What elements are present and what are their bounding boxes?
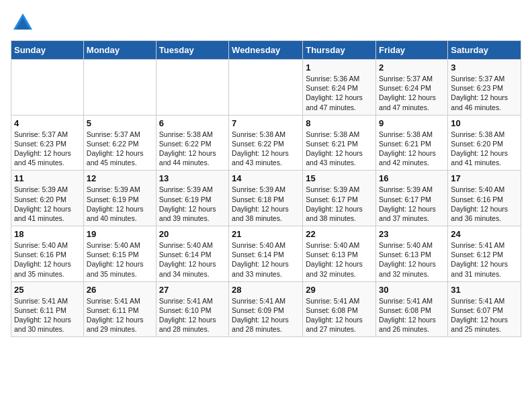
day-info: Sunrise: 5:40 AM Sunset: 6:16 PM Dayligh… bbox=[451, 185, 518, 223]
calendar-week-row: 4Sunrise: 5:37 AM Sunset: 6:23 PM Daylig… bbox=[11, 115, 521, 171]
day-info: Sunrise: 5:41 AM Sunset: 6:11 PM Dayligh… bbox=[87, 296, 153, 334]
calendar-week-row: 18Sunrise: 5:40 AM Sunset: 6:16 PM Dayli… bbox=[11, 226, 521, 282]
day-info: Sunrise: 5:41 AM Sunset: 6:08 PM Dayligh… bbox=[306, 296, 373, 334]
day-info: Sunrise: 5:40 AM Sunset: 6:15 PM Dayligh… bbox=[87, 240, 153, 279]
calendar-body: 1Sunrise: 5:36 AM Sunset: 6:24 PM Daylig… bbox=[11, 60, 521, 337]
day-number: 11 bbox=[14, 173, 81, 183]
day-info: Sunrise: 5:40 AM Sunset: 6:14 PM Dayligh… bbox=[232, 240, 300, 279]
day-info: Sunrise: 5:39 AM Sunset: 6:20 PM Dayligh… bbox=[14, 185, 81, 223]
day-number: 29 bbox=[306, 285, 373, 295]
calendar-cell: 21Sunrise: 5:40 AM Sunset: 6:14 PM Dayli… bbox=[229, 226, 303, 282]
calendar-cell bbox=[229, 60, 303, 116]
weekday-header: Tuesday bbox=[156, 41, 228, 60]
logo-icon bbox=[11, 11, 35, 35]
calendar-table: SundayMondayTuesdayWednesdayThursdayFrid… bbox=[11, 40, 521, 337]
day-info: Sunrise: 5:40 AM Sunset: 6:16 PM Dayligh… bbox=[14, 240, 81, 279]
calendar-cell: 20Sunrise: 5:40 AM Sunset: 6:14 PM Dayli… bbox=[156, 226, 228, 282]
day-info: Sunrise: 5:37 AM Sunset: 6:24 PM Dayligh… bbox=[379, 74, 445, 112]
day-number: 4 bbox=[14, 118, 81, 128]
day-number: 26 bbox=[87, 285, 153, 295]
calendar-cell: 29Sunrise: 5:41 AM Sunset: 6:08 PM Dayli… bbox=[303, 281, 376, 337]
weekday-header: Saturday bbox=[448, 41, 521, 60]
calendar-cell: 28Sunrise: 5:41 AM Sunset: 6:09 PM Dayli… bbox=[229, 281, 303, 337]
calendar-cell: 1Sunrise: 5:36 AM Sunset: 6:24 PM Daylig… bbox=[303, 60, 376, 116]
day-number: 20 bbox=[159, 229, 226, 239]
day-number: 1 bbox=[306, 62, 373, 73]
day-info: Sunrise: 5:41 AM Sunset: 6:09 PM Dayligh… bbox=[232, 296, 300, 334]
calendar-cell: 4Sunrise: 5:37 AM Sunset: 6:23 PM Daylig… bbox=[11, 115, 84, 171]
day-info: Sunrise: 5:38 AM Sunset: 6:21 PM Dayligh… bbox=[379, 130, 445, 168]
day-info: Sunrise: 5:40 AM Sunset: 6:13 PM Dayligh… bbox=[379, 240, 445, 279]
day-number: 7 bbox=[232, 118, 300, 128]
day-number: 12 bbox=[87, 173, 153, 183]
day-info: Sunrise: 5:38 AM Sunset: 6:22 PM Dayligh… bbox=[159, 130, 226, 168]
day-number: 21 bbox=[232, 229, 300, 239]
day-number: 2 bbox=[379, 62, 445, 73]
day-number: 18 bbox=[14, 229, 81, 239]
header-row: SundayMondayTuesdayWednesdayThursdayFrid… bbox=[11, 41, 521, 60]
weekday-header: Wednesday bbox=[229, 41, 303, 60]
logo bbox=[11, 11, 38, 35]
weekday-header: Thursday bbox=[303, 41, 376, 60]
calendar-cell: 16Sunrise: 5:39 AM Sunset: 6:17 PM Dayli… bbox=[376, 171, 448, 226]
day-info: Sunrise: 5:41 AM Sunset: 6:08 PM Dayligh… bbox=[379, 296, 445, 334]
day-number: 23 bbox=[379, 229, 445, 239]
day-number: 27 bbox=[159, 285, 226, 295]
day-number: 25 bbox=[14, 285, 81, 295]
calendar-cell: 31Sunrise: 5:41 AM Sunset: 6:07 PM Dayli… bbox=[448, 281, 521, 337]
day-info: Sunrise: 5:38 AM Sunset: 6:22 PM Dayligh… bbox=[232, 130, 300, 168]
calendar-cell: 25Sunrise: 5:41 AM Sunset: 6:11 PM Dayli… bbox=[11, 281, 84, 337]
calendar-cell: 27Sunrise: 5:41 AM Sunset: 6:10 PM Dayli… bbox=[156, 281, 228, 337]
day-number: 31 bbox=[451, 285, 518, 295]
calendar-week-row: 25Sunrise: 5:41 AM Sunset: 6:11 PM Dayli… bbox=[11, 281, 521, 337]
day-info: Sunrise: 5:41 AM Sunset: 6:11 PM Dayligh… bbox=[14, 296, 81, 334]
day-number: 14 bbox=[232, 173, 300, 183]
day-number: 22 bbox=[306, 229, 373, 239]
day-info: Sunrise: 5:40 AM Sunset: 6:13 PM Dayligh… bbox=[306, 240, 373, 279]
calendar-cell: 12Sunrise: 5:39 AM Sunset: 6:19 PM Dayli… bbox=[83, 171, 156, 226]
calendar-week-row: 1Sunrise: 5:36 AM Sunset: 6:24 PM Daylig… bbox=[11, 60, 521, 116]
day-number: 24 bbox=[451, 229, 518, 239]
day-info: Sunrise: 5:37 AM Sunset: 6:22 PM Dayligh… bbox=[87, 130, 153, 168]
calendar-cell: 9Sunrise: 5:38 AM Sunset: 6:21 PM Daylig… bbox=[376, 115, 448, 171]
calendar-cell bbox=[156, 60, 228, 116]
calendar-cell: 7Sunrise: 5:38 AM Sunset: 6:22 PM Daylig… bbox=[229, 115, 303, 171]
page-header bbox=[11, 11, 521, 35]
calendar-cell: 14Sunrise: 5:39 AM Sunset: 6:18 PM Dayli… bbox=[229, 171, 303, 226]
day-number: 6 bbox=[159, 118, 226, 128]
day-info: Sunrise: 5:38 AM Sunset: 6:21 PM Dayligh… bbox=[306, 130, 373, 168]
calendar-cell: 18Sunrise: 5:40 AM Sunset: 6:16 PM Dayli… bbox=[11, 226, 84, 282]
day-number: 8 bbox=[306, 118, 373, 128]
calendar-cell: 13Sunrise: 5:39 AM Sunset: 6:19 PM Dayli… bbox=[156, 171, 228, 226]
day-number: 10 bbox=[451, 118, 518, 128]
day-number: 3 bbox=[451, 62, 518, 73]
day-info: Sunrise: 5:36 AM Sunset: 6:24 PM Dayligh… bbox=[306, 74, 373, 112]
calendar-cell: 19Sunrise: 5:40 AM Sunset: 6:15 PM Dayli… bbox=[83, 226, 156, 282]
day-number: 17 bbox=[451, 173, 518, 183]
weekday-header: Monday bbox=[83, 41, 156, 60]
day-info: Sunrise: 5:38 AM Sunset: 6:20 PM Dayligh… bbox=[451, 130, 518, 168]
day-info: Sunrise: 5:41 AM Sunset: 6:12 PM Dayligh… bbox=[451, 240, 518, 279]
calendar-cell: 24Sunrise: 5:41 AM Sunset: 6:12 PM Dayli… bbox=[448, 226, 521, 282]
calendar-header: SundayMondayTuesdayWednesdayThursdayFrid… bbox=[11, 41, 521, 60]
calendar-cell: 17Sunrise: 5:40 AM Sunset: 6:16 PM Dayli… bbox=[448, 171, 521, 226]
day-info: Sunrise: 5:37 AM Sunset: 6:23 PM Dayligh… bbox=[451, 74, 518, 112]
day-info: Sunrise: 5:39 AM Sunset: 6:17 PM Dayligh… bbox=[306, 185, 373, 223]
day-info: Sunrise: 5:41 AM Sunset: 6:10 PM Dayligh… bbox=[159, 296, 226, 334]
calendar-cell bbox=[11, 60, 84, 116]
calendar-cell: 15Sunrise: 5:39 AM Sunset: 6:17 PM Dayli… bbox=[303, 171, 376, 226]
calendar-week-row: 11Sunrise: 5:39 AM Sunset: 6:20 PM Dayli… bbox=[11, 171, 521, 226]
day-info: Sunrise: 5:39 AM Sunset: 6:19 PM Dayligh… bbox=[87, 185, 153, 223]
calendar-cell: 8Sunrise: 5:38 AM Sunset: 6:21 PM Daylig… bbox=[303, 115, 376, 171]
day-number: 5 bbox=[87, 118, 153, 128]
day-number: 30 bbox=[379, 285, 445, 295]
calendar-cell: 26Sunrise: 5:41 AM Sunset: 6:11 PM Dayli… bbox=[83, 281, 156, 337]
calendar-cell: 11Sunrise: 5:39 AM Sunset: 6:20 PM Dayli… bbox=[11, 171, 84, 226]
day-info: Sunrise: 5:39 AM Sunset: 6:18 PM Dayligh… bbox=[232, 185, 300, 223]
day-number: 19 bbox=[87, 229, 153, 239]
calendar-cell: 2Sunrise: 5:37 AM Sunset: 6:24 PM Daylig… bbox=[376, 60, 448, 116]
calendar-cell bbox=[83, 60, 156, 116]
day-number: 13 bbox=[159, 173, 226, 183]
calendar-cell: 22Sunrise: 5:40 AM Sunset: 6:13 PM Dayli… bbox=[303, 226, 376, 282]
weekday-header: Friday bbox=[376, 41, 448, 60]
